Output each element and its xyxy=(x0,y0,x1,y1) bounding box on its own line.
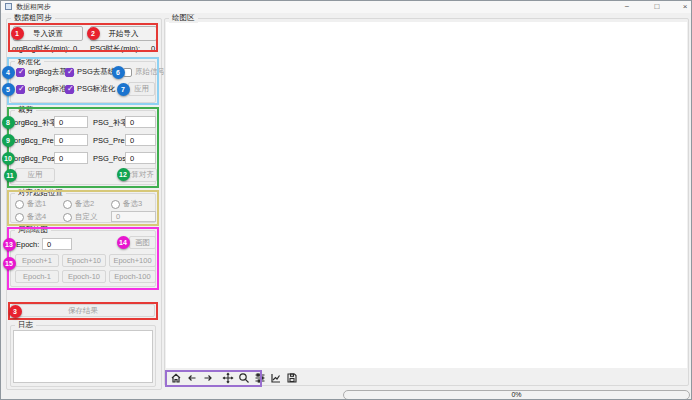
radio-option-custom[interactable]: 自定义 xyxy=(63,212,98,222)
normalize-label: 标准化 xyxy=(15,57,44,67)
epoch-input[interactable]: 0 xyxy=(42,238,72,250)
import-settings-button[interactable]: 导入设置 xyxy=(13,26,83,41)
checkbox-raw-signal[interactable]: 原始信号 xyxy=(123,67,165,77)
checkbox-psg-norm[interactable]: PSG标准化 xyxy=(65,84,115,94)
save-result-button[interactable]: 保存结果 xyxy=(11,304,155,317)
crop-psg-pre-input[interactable]: 0 xyxy=(125,134,156,146)
start-import-button[interactable]: 开始导入 xyxy=(90,26,157,41)
radio-option-3[interactable]: 备选3 xyxy=(111,199,142,209)
radio-icon xyxy=(15,200,24,209)
save-icon[interactable] xyxy=(286,371,298,385)
custom-start-input[interactable]: 0 xyxy=(111,211,156,222)
radio-label: 备选1 xyxy=(27,199,46,209)
align-start-label: 对齐起始位置 xyxy=(15,188,66,198)
plot-toolbar xyxy=(170,371,298,385)
back-icon[interactable] xyxy=(186,371,198,385)
plot-area-label: 绘图区 xyxy=(169,13,198,23)
maximize-button[interactable]: □ xyxy=(647,1,667,13)
radio-icon xyxy=(63,200,72,209)
checkbox-unchecked-icon xyxy=(123,68,132,77)
radio-label: 备选3 xyxy=(123,199,142,209)
calc-align-button[interactable]: 计算对齐 xyxy=(121,168,157,182)
crop-apply-button[interactable]: 应用 xyxy=(15,168,55,182)
crop-psg-post-input[interactable]: 0 xyxy=(125,152,156,164)
radio-option-2[interactable]: 备选2 xyxy=(63,199,94,209)
epoch-minus-10-button[interactable]: Epoch-10 xyxy=(62,270,106,283)
crop-psg-pre-label: PSG_Pre: xyxy=(93,136,127,145)
radio-icon xyxy=(111,200,120,209)
epoch-plus-1-button[interactable]: Epoch+1 xyxy=(15,254,59,267)
crop-orgbcg-pad-label: orgBcg_补零: xyxy=(14,118,59,128)
title-bar: 数据粗同步 − □ × xyxy=(1,1,691,13)
radio-label: 自定义 xyxy=(75,212,98,222)
close-button[interactable]: × xyxy=(675,1,692,13)
checkbox-checked-icon xyxy=(65,85,74,94)
checkbox-label: 原始信号 xyxy=(135,67,165,77)
forward-icon[interactable] xyxy=(202,371,214,385)
plot-canvas xyxy=(166,22,687,368)
epoch-plus-100-button[interactable]: Epoch+100 xyxy=(109,254,156,267)
checkbox-checked-icon xyxy=(16,68,25,77)
progress-bar: 0% xyxy=(343,390,690,400)
draw-button[interactable]: 画图 xyxy=(129,236,156,249)
local-plot-label: 局部绘图 xyxy=(15,225,51,235)
radio-icon xyxy=(63,213,72,222)
window-title: 数据粗同步 xyxy=(16,2,51,12)
log-label: 日志 xyxy=(15,320,36,330)
radio-label: 备选2 xyxy=(75,199,94,209)
zoom-icon[interactable] xyxy=(238,371,250,385)
checkbox-checked-icon xyxy=(16,85,25,94)
minimize-button[interactable]: − xyxy=(617,1,637,13)
checkbox-psg-detrend[interactable]: PSG去基线 xyxy=(65,67,115,77)
orgbcg-duration-label: orgBcg时长(min): xyxy=(12,44,70,54)
crop-label: 裁剪 xyxy=(15,105,36,115)
subplots-icon[interactable] xyxy=(254,371,266,385)
radio-option-4[interactable]: 备选4 xyxy=(15,212,46,222)
epoch-minus-1-button[interactable]: Epoch-1 xyxy=(15,270,59,283)
crop-orgbcg-pad-input[interactable]: 0 xyxy=(54,116,88,128)
psg-duration-label: PSG时长(min): xyxy=(90,44,140,54)
crop-orgbcg-pre-label: orgBcg_Pre: xyxy=(14,136,56,145)
checkbox-label: PSG标准化 xyxy=(77,84,115,94)
epoch-plus-10-button[interactable]: Epoch+10 xyxy=(62,254,106,267)
home-icon[interactable] xyxy=(170,371,182,385)
checkbox-checked-icon xyxy=(65,68,74,77)
app-window: 数据粗同步 − □ × 数据粗同步 导入设置 开始导入 orgBcg时长(min… xyxy=(0,0,692,400)
crop-psg-pad-input[interactable]: 0 xyxy=(125,116,156,128)
psg-duration-value: 0 xyxy=(151,44,155,53)
left-panel-label: 数据粗同步 xyxy=(11,13,55,23)
orgbcg-duration-value: 0 xyxy=(73,44,77,53)
checkbox-label: PSG去基线 xyxy=(77,67,115,77)
pan-icon[interactable] xyxy=(222,371,234,385)
normalize-apply-button[interactable]: 应用 xyxy=(128,82,155,96)
epoch-label: Epoch: xyxy=(16,240,39,249)
crop-orgbcg-post-label: orgBcg_Post: xyxy=(14,154,59,163)
customize-icon[interactable] xyxy=(270,371,282,385)
radio-option-1[interactable]: 备选1 xyxy=(15,199,46,209)
log-textarea[interactable] xyxy=(13,330,153,383)
app-icon xyxy=(5,3,12,10)
epoch-minus-100-button[interactable]: Epoch-100 xyxy=(109,270,156,283)
crop-orgbcg-pre-input[interactable]: 0 xyxy=(54,134,88,146)
radio-icon xyxy=(15,213,24,222)
crop-orgbcg-post-input[interactable]: 0 xyxy=(54,152,88,164)
radio-label: 备选4 xyxy=(27,212,46,222)
